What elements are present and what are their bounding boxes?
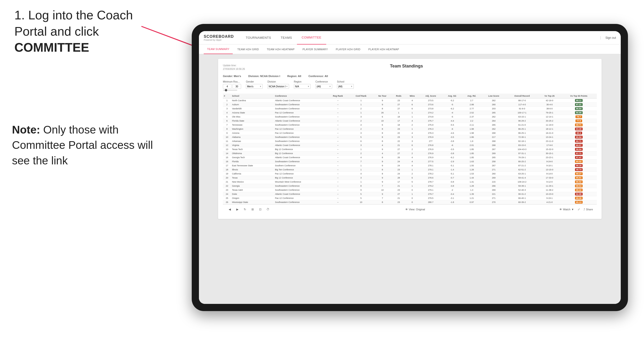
- toolbar-reload-btn[interactable]: ↻: [242, 206, 248, 212]
- table-cell: 2.88: [462, 103, 482, 107]
- toolbar-expand-btn[interactable]: ⤢: [576, 206, 582, 212]
- subnav-player-h2h-grid[interactable]: PLAYER H2H GRID: [332, 44, 364, 54]
- table-cell: Virginia: [231, 143, 274, 147]
- control-conference: Conference (All) ▼: [316, 80, 332, 89]
- table-cell: 8: [373, 107, 392, 111]
- table-header-row: # School Conference Reg Rank Conf Rank N…: [223, 94, 597, 99]
- table-cell: 89.11: [561, 99, 597, 103]
- table-cell: 20: [223, 176, 231, 180]
- table-cell: 79-25-1: [538, 111, 561, 115]
- division-label: Division:: [248, 75, 259, 78]
- gender-select[interactable]: Men's ▼: [246, 84, 263, 89]
- table-cell: 23: [392, 188, 406, 192]
- school-ctrl-label: School: [337, 80, 354, 83]
- table-cell: 273.8: [419, 107, 443, 111]
- share-btn[interactable]: ⤴ Share: [584, 208, 593, 211]
- table-cell: 30-15-1: [538, 152, 561, 156]
- table-cell: 23-23-1: [538, 156, 561, 160]
- subnav-team-h2h-heatmap[interactable]: TEAM H2H HEATMAP: [264, 44, 298, 54]
- gender-label: Gender:: [223, 75, 233, 78]
- table-cell: 8: [373, 131, 392, 135]
- table-cell: –: [327, 103, 349, 107]
- table-cell: 8: [373, 139, 392, 143]
- table-cell: 9-12-0: [538, 180, 561, 184]
- col-adj-score: Adj. Score: [419, 94, 443, 99]
- table-cell: 1.28: [462, 168, 482, 172]
- table-cell: 17: [392, 180, 406, 184]
- table-cell: 60.71: [561, 139, 597, 143]
- subnav-team-h2h-grid[interactable]: TEAM H2H GRID: [234, 44, 262, 54]
- division-select[interactable]: NCAA Division I ▼: [268, 84, 289, 89]
- col-no-tour: No Tour: [373, 94, 392, 99]
- school-select[interactable]: (All) ▼: [337, 84, 354, 89]
- gender-ctrl-label: Gender: [246, 80, 263, 83]
- table-cell: 30-4-0: [538, 103, 561, 107]
- table-cell: 13: [223, 147, 231, 152]
- table-cell: 1: [349, 168, 373, 172]
- table-cell: –: [327, 152, 349, 156]
- table-cell: 1.53: [462, 172, 482, 176]
- table-cell: 7: [373, 184, 392, 188]
- min-rounds-slider[interactable]: [223, 90, 237, 91]
- conference-label: Conference:: [308, 75, 324, 78]
- table-cell: 7: [223, 123, 231, 127]
- table-cell: 9-10-1: [538, 164, 561, 168]
- table-cell: -5.2: [442, 99, 462, 103]
- table-cell: 97-31-1: [506, 152, 538, 156]
- table-cell: 27: [392, 103, 406, 107]
- table-row: 19CaliforniaPac-12 Conference–48242278.2…: [223, 172, 597, 176]
- table-cell: 276.8: [419, 143, 443, 147]
- table-cell: 15-32-0: [538, 147, 561, 152]
- powered-by: Powered by clippd: [204, 39, 234, 41]
- table-cell: 1.98: [462, 131, 482, 135]
- table-cell: Big 12 Conference: [274, 147, 327, 152]
- table-cell: 4: [223, 111, 231, 115]
- table-cell: 65.13: [561, 200, 597, 204]
- region-select[interactable]: N/A ▼: [294, 84, 310, 89]
- table-cell: 21: [223, 180, 231, 184]
- subnav-player-summary[interactable]: PLAYER SUMMARY: [299, 44, 331, 54]
- table-cell: 1: [406, 111, 419, 115]
- view-original-btn[interactable]: 👁 View: Original: [405, 208, 425, 211]
- toolbar-back-btn[interactable]: ◀: [227, 206, 232, 212]
- nav-teams[interactable]: TEAMS: [276, 31, 297, 44]
- table-cell: 279.1: [419, 188, 443, 192]
- table-cell: 1: [349, 111, 373, 115]
- table-cell: 8: [373, 135, 392, 139]
- card-header: Update time: 27/03/2024 16:56:26 Team St…: [223, 64, 597, 71]
- toolbar-timer-btn[interactable]: ⏱: [265, 206, 271, 212]
- table-cell: 10: [223, 135, 231, 139]
- table-cell: 276.9: [419, 135, 443, 139]
- conference-select[interactable]: (All) ▼: [316, 84, 332, 89]
- min-rounds-val2[interactable]: 30: [232, 84, 241, 89]
- table-cell: 65.91: [561, 176, 597, 180]
- nav-tournaments[interactable]: TOURNAMENTS: [241, 31, 276, 44]
- subnav-team-summary[interactable]: TEAM SUMMARY: [204, 44, 233, 54]
- watch-btn[interactable]: 👁 Watch ▼: [560, 208, 574, 211]
- toolbar-share-screen-btn[interactable]: ⊡: [258, 206, 263, 212]
- table-cell: 8-14-0: [538, 172, 561, 176]
- table-cell: Mississippi State: [231, 200, 274, 204]
- table-cell: 1.9: [462, 139, 482, 143]
- min-rounds-label: Minimum Rou...: [223, 80, 241, 83]
- toolbar-home-btn[interactable]: ⊞: [250, 206, 256, 212]
- table-cell: 203: [482, 107, 506, 111]
- table-cell: 14: [223, 152, 231, 156]
- region-select-arrow: ▼: [308, 85, 310, 88]
- school-select-arrow: ▼: [351, 85, 352, 88]
- table-cell: 4: [406, 99, 419, 103]
- table-cell: 117-4-0: [506, 103, 538, 107]
- table-cell: 90-31-2: [506, 192, 538, 196]
- nav-committee[interactable]: COMMITTEE: [297, 31, 326, 44]
- toolbar-forward-btn[interactable]: ▶: [234, 206, 240, 212]
- min-rounds-val1[interactable]: 4: [223, 84, 232, 89]
- table-cell: Atlantic Coast Conference: [274, 119, 327, 123]
- col-school: School: [231, 94, 274, 99]
- table-cell: 18: [392, 123, 406, 127]
- sign-out-link[interactable]: Sign out: [600, 36, 616, 39]
- subnav-player-h2h-heatmap[interactable]: PLAYER H2H HEATMAP: [365, 44, 402, 54]
- dashboard-card: Update time: 27/03/2024 16:56:26 Team St…: [218, 59, 602, 219]
- table-cell: Arkansas: [231, 139, 274, 143]
- table-cell: 274.2: [419, 111, 443, 115]
- table-cell: 8: [223, 127, 231, 131]
